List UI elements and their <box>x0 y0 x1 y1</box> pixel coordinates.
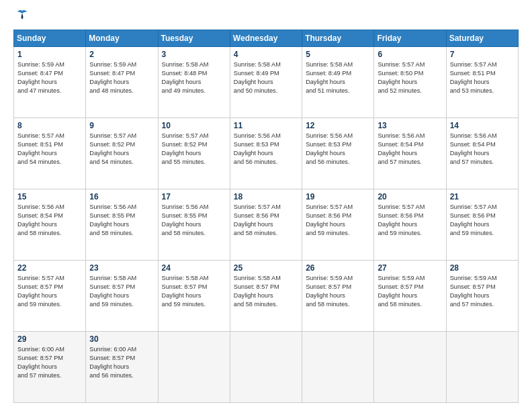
day-number: 28 <box>450 263 515 273</box>
day-info: Sunrise: 5:58 AMSunset: 8:57 PMDaylight … <box>162 274 226 309</box>
day-number: 23 <box>89 263 154 273</box>
calendar-cell: 22Sunrise: 5:57 AMSunset: 8:57 PMDayligh… <box>14 261 86 332</box>
calendar-cell: 12Sunrise: 5:56 AMSunset: 8:53 PMDayligh… <box>302 118 374 189</box>
day-info: Sunrise: 5:57 AMSunset: 8:56 PMDaylight … <box>234 203 298 238</box>
day-info: Sunrise: 5:57 AMSunset: 8:57 PMDaylight … <box>17 274 82 309</box>
day-info: Sunrise: 5:57 AMSunset: 8:56 PMDaylight … <box>378 203 442 238</box>
day-info: Sunrise: 5:59 AMSunset: 8:47 PMDaylight … <box>17 60 82 95</box>
day-info: Sunrise: 5:58 AMSunset: 8:57 PMDaylight … <box>89 274 154 309</box>
calendar-cell: 3Sunrise: 5:58 AMSunset: 8:48 PMDaylight… <box>158 47 230 118</box>
day-info: Sunrise: 5:58 AMSunset: 8:49 PMDaylight … <box>234 60 298 95</box>
day-number: 21 <box>450 192 515 201</box>
calendar-cell: 29Sunrise: 6:00 AMSunset: 8:57 PMDayligh… <box>14 332 86 403</box>
header <box>13 11 519 23</box>
day-info: Sunrise: 5:56 AMSunset: 8:55 PMDaylight … <box>89 203 154 238</box>
calendar-cell: 16Sunrise: 5:56 AMSunset: 8:55 PMDayligh… <box>86 189 158 261</box>
calendar-cell: 19Sunrise: 5:57 AMSunset: 8:56 PMDayligh… <box>302 189 374 261</box>
calendar-cell: 24Sunrise: 5:58 AMSunset: 8:57 PMDayligh… <box>158 261 230 332</box>
calendar-cell: 23Sunrise: 5:58 AMSunset: 8:57 PMDayligh… <box>86 261 158 332</box>
day-info: Sunrise: 5:57 AMSunset: 8:56 PMDaylight … <box>450 203 515 238</box>
day-number: 20 <box>378 192 442 201</box>
calendar-cell: 26Sunrise: 5:59 AMSunset: 8:57 PMDayligh… <box>302 261 374 332</box>
page: SundayMondayTuesdayWednesdayThursdayFrid… <box>0 0 532 411</box>
day-number: 14 <box>450 121 515 130</box>
day-number: 4 <box>234 50 298 59</box>
day-number: 9 <box>89 121 154 130</box>
calendar-cell: 9Sunrise: 5:57 AMSunset: 8:52 PMDaylight… <box>86 118 158 189</box>
calendar-week-row: 29Sunrise: 6:00 AMSunset: 8:57 PMDayligh… <box>14 332 519 403</box>
day-info: Sunrise: 5:56 AMSunset: 8:54 PMDaylight … <box>17 203 82 238</box>
day-number: 5 <box>306 50 370 59</box>
day-info: Sunrise: 5:57 AMSunset: 8:52 PMDaylight … <box>162 132 226 167</box>
calendar-cell: 11Sunrise: 5:56 AMSunset: 8:53 PMDayligh… <box>230 118 302 189</box>
day-number: 25 <box>234 263 298 273</box>
day-info: Sunrise: 5:57 AMSunset: 8:52 PMDaylight … <box>89 132 154 167</box>
day-number: 13 <box>378 121 442 130</box>
day-info: Sunrise: 6:00 AMSunset: 8:57 PMDaylight … <box>17 345 82 380</box>
day-info: Sunrise: 5:56 AMSunset: 8:54 PMDaylight … <box>378 132 442 167</box>
day-info: Sunrise: 5:59 AMSunset: 8:47 PMDaylight … <box>89 60 154 95</box>
day-number: 26 <box>306 263 370 273</box>
day-number: 11 <box>234 121 298 130</box>
calendar-week-row: 1Sunrise: 5:59 AMSunset: 8:47 PMDaylight… <box>14 47 519 118</box>
weekday-header-tuesday: Tuesday <box>158 30 230 47</box>
day-number: 1 <box>17 50 82 59</box>
calendar-cell: 7Sunrise: 5:57 AMSunset: 8:51 PMDaylight… <box>446 47 518 118</box>
day-info: Sunrise: 5:56 AMSunset: 8:53 PMDaylight … <box>234 132 298 167</box>
day-number: 3 <box>162 50 226 59</box>
calendar-table: SundayMondayTuesdayWednesdayThursdayFrid… <box>13 30 519 403</box>
day-number: 22 <box>17 263 82 273</box>
calendar-cell: 13Sunrise: 5:56 AMSunset: 8:54 PMDayligh… <box>374 118 446 189</box>
day-number: 6 <box>378 50 442 59</box>
calendar-cell: 6Sunrise: 5:57 AMSunset: 8:50 PMDaylight… <box>374 47 446 118</box>
calendar-cell: 17Sunrise: 5:56 AMSunset: 8:55 PMDayligh… <box>158 189 230 261</box>
day-info: Sunrise: 5:57 AMSunset: 8:50 PMDaylight … <box>378 60 442 95</box>
calendar-cell: 15Sunrise: 5:56 AMSunset: 8:54 PMDayligh… <box>14 189 86 261</box>
day-number: 15 <box>17 192 82 201</box>
day-number: 29 <box>17 334 82 344</box>
day-number: 27 <box>378 263 442 273</box>
calendar-cell: 25Sunrise: 5:58 AMSunset: 8:57 PMDayligh… <box>230 261 302 332</box>
day-info: Sunrise: 5:58 AMSunset: 8:49 PMDaylight … <box>306 60 370 95</box>
day-number: 7 <box>450 50 515 59</box>
day-number: 18 <box>234 192 298 201</box>
day-info: Sunrise: 5:56 AMSunset: 8:55 PMDaylight … <box>162 203 226 238</box>
day-info: Sunrise: 5:59 AMSunset: 8:57 PMDaylight … <box>450 274 515 309</box>
calendar-cell: 5Sunrise: 5:58 AMSunset: 8:49 PMDaylight… <box>302 47 374 118</box>
day-number: 24 <box>162 263 226 273</box>
weekday-header-sunday: Sunday <box>14 30 86 47</box>
calendar-cell <box>446 332 518 403</box>
day-number: 19 <box>306 192 370 201</box>
calendar-cell <box>374 332 446 403</box>
day-info: Sunrise: 5:56 AMSunset: 8:54 PMDaylight … <box>450 132 515 167</box>
calendar-cell: 30Sunrise: 6:00 AMSunset: 8:57 PMDayligh… <box>86 332 158 403</box>
calendar-cell: 27Sunrise: 5:59 AMSunset: 8:57 PMDayligh… <box>374 261 446 332</box>
day-info: Sunrise: 5:59 AMSunset: 8:57 PMDaylight … <box>306 274 370 309</box>
logo <box>13 11 30 23</box>
day-number: 17 <box>162 192 226 201</box>
weekday-header-wednesday: Wednesday <box>230 30 302 47</box>
calendar-cell: 14Sunrise: 5:56 AMSunset: 8:54 PMDayligh… <box>446 118 518 189</box>
day-number: 30 <box>89 334 154 344</box>
calendar-cell: 10Sunrise: 5:57 AMSunset: 8:52 PMDayligh… <box>158 118 230 189</box>
day-info: Sunrise: 5:57 AMSunset: 8:51 PMDaylight … <box>17 132 82 167</box>
day-info: Sunrise: 5:57 AMSunset: 8:56 PMDaylight … <box>306 203 370 238</box>
calendar-cell: 4Sunrise: 5:58 AMSunset: 8:49 PMDaylight… <box>230 47 302 118</box>
weekday-header-friday: Friday <box>374 30 446 47</box>
day-number: 2 <box>89 50 154 59</box>
weekday-header-row: SundayMondayTuesdayWednesdayThursdayFrid… <box>14 30 519 47</box>
calendar-cell <box>230 332 302 403</box>
day-info: Sunrise: 5:58 AMSunset: 8:48 PMDaylight … <box>162 60 226 95</box>
calendar-cell: 28Sunrise: 5:59 AMSunset: 8:57 PMDayligh… <box>446 261 518 332</box>
calendar-cell: 2Sunrise: 5:59 AMSunset: 8:47 PMDaylight… <box>86 47 158 118</box>
calendar-cell <box>158 332 230 403</box>
day-info: Sunrise: 5:58 AMSunset: 8:57 PMDaylight … <box>234 274 298 309</box>
logo-bird-icon <box>15 8 30 23</box>
weekday-header-thursday: Thursday <box>302 30 374 47</box>
day-info: Sunrise: 6:00 AMSunset: 8:57 PMDaylight … <box>89 345 154 380</box>
day-number: 10 <box>162 121 226 130</box>
weekday-header-saturday: Saturday <box>446 30 518 47</box>
day-info: Sunrise: 5:57 AMSunset: 8:51 PMDaylight … <box>450 60 515 95</box>
calendar-cell: 1Sunrise: 5:59 AMSunset: 8:47 PMDaylight… <box>14 47 86 118</box>
day-info: Sunrise: 5:59 AMSunset: 8:57 PMDaylight … <box>378 274 442 309</box>
